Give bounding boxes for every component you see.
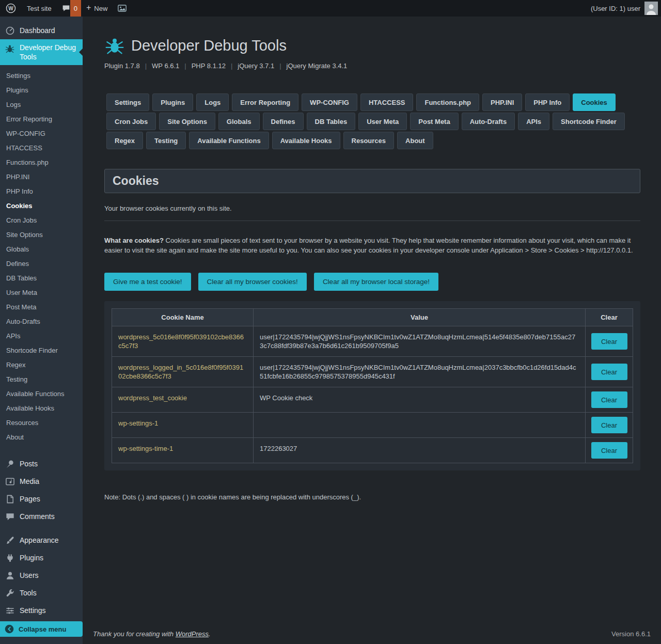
- sidebar-subitem-logs[interactable]: Logs: [0, 98, 83, 112]
- clear-all-my-browser-local-storage-button[interactable]: Clear all my browser local storage!: [314, 273, 438, 291]
- sidebar-item-pages[interactable]: Pages: [0, 490, 83, 508]
- tab-apis[interactable]: APIs: [518, 113, 549, 130]
- column-header-clear: Clear: [586, 309, 633, 326]
- sidebar-subitem-defines[interactable]: Defines: [0, 257, 83, 271]
- sidebar-item-appearance[interactable]: Appearance: [0, 531, 83, 549]
- cookie-value-cell: user|1722435794|wjQjjWS1nsFpsyNKBCIm1tv0…: [254, 357, 586, 387]
- tab-user-meta[interactable]: User Meta: [358, 113, 407, 130]
- tab-auto-drafts[interactable]: Auto-Drafts: [462, 113, 515, 130]
- tab-available-functions[interactable]: Available Functions: [189, 132, 269, 149]
- wp-logo[interactable]: W: [0, 0, 22, 17]
- comments-count-badge[interactable]: 0: [70, 0, 81, 17]
- sidebar-item-label: Dashboard: [20, 25, 55, 36]
- sidebar-subitem-site-options[interactable]: Site Options: [0, 228, 83, 242]
- column-header-value: Value: [254, 309, 586, 326]
- sidebar-item-dashboard[interactable]: Dashboard: [0, 22, 83, 39]
- tab-db-tables[interactable]: DB Tables: [307, 113, 356, 130]
- sidebar-subitem-testing[interactable]: Testing: [0, 372, 83, 387]
- sidebar-subitem-apis[interactable]: APIs: [0, 329, 83, 343]
- sidebar-item-tools[interactable]: Tools: [0, 584, 83, 602]
- clear-cookie-button[interactable]: Clear: [591, 417, 627, 433]
- tab-post-meta[interactable]: Post Meta: [410, 113, 458, 130]
- sidebar-subitem-php-ini[interactable]: PHP.INI: [0, 170, 83, 184]
- sidebar-subitem-auto-drafts[interactable]: Auto-Drafts: [0, 315, 83, 329]
- sidebar-subitem-about[interactable]: About: [0, 430, 83, 445]
- sidebar-subitem-available-hooks[interactable]: Available Hooks: [0, 401, 83, 416]
- sidebar-subitem-resources[interactable]: Resources: [0, 416, 83, 430]
- tab-cron-jobs[interactable]: Cron Jobs: [106, 113, 156, 130]
- sidebar-item-comments[interactable]: Comments: [0, 508, 83, 525]
- sidebar-subitem-wp-config[interactable]: WP-CONFIG: [0, 127, 83, 141]
- tab-resources[interactable]: Resources: [343, 132, 394, 149]
- tab-wp-config[interactable]: WP-CONFIG: [302, 93, 357, 111]
- tab-htaccess[interactable]: HTACCESS: [360, 93, 414, 111]
- sidebar-subitem-globals[interactable]: Globals: [0, 242, 83, 257]
- sidebar-item-developer-debug-tools[interactable]: Developer Debug Tools: [0, 39, 83, 65]
- cookie-name-cell: wordpress_test_cookie: [112, 387, 254, 413]
- wordpress-link[interactable]: WordPress: [176, 630, 209, 638]
- cookie-name-cell: wordpress_logged_in_5c016e8f0f95f039102c…: [112, 357, 254, 387]
- main-content: Developer Debug Tools Plugin 1.7.8|WP 6.…: [83, 17, 661, 644]
- sidebar-subitem-cron-jobs[interactable]: Cron Jobs: [0, 213, 83, 228]
- tab-testing[interactable]: Testing: [146, 132, 186, 149]
- sidebar-subitem-plugins[interactable]: Plugins: [0, 83, 83, 98]
- sidebar-item-settings[interactable]: Settings: [0, 602, 83, 619]
- tab-php-info[interactable]: PHP Info: [525, 93, 570, 111]
- give-me-a-test-cookie-button[interactable]: Give me a test cookie!: [104, 273, 191, 291]
- new-label: New: [94, 5, 107, 12]
- tab-available-hooks[interactable]: Available Hooks: [272, 132, 340, 149]
- sidebar-item-plugins[interactable]: Plugins: [0, 549, 83, 567]
- clear-cookie-button[interactable]: Clear: [591, 442, 627, 459]
- sidebar-subitem-db-tables[interactable]: DB Tables: [0, 271, 83, 286]
- tab-site-options[interactable]: Site Options: [159, 113, 215, 130]
- dashboard-icon: [5, 25, 15, 36]
- tab-cookies[interactable]: Cookies: [573, 93, 616, 111]
- sidebar-subitem-shortcode-finder[interactable]: Shortcode Finder: [0, 343, 83, 358]
- image-toolbar-item[interactable]: [113, 0, 132, 17]
- tab-shortcode-finder[interactable]: Shortcode Finder: [553, 113, 625, 130]
- user-account-label[interactable]: (User ID: 1) user: [591, 5, 640, 12]
- tab-error-reporting[interactable]: Error Reporting: [232, 93, 298, 111]
- tab-php-ini[interactable]: PHP.INI: [482, 93, 522, 111]
- cookie-value-cell: user|1722435794|wjQjjWS1nsFpsyNKBCIm1tv0…: [254, 326, 586, 357]
- comments-indicator[interactable]: [57, 0, 70, 17]
- sidebar-subitem-php-info[interactable]: PHP Info: [0, 184, 83, 199]
- sidebar-subitem-settings[interactable]: Settings: [0, 69, 83, 83]
- plus-icon: +: [86, 4, 91, 12]
- meta-separator: |: [145, 62, 147, 70]
- tab-plugins[interactable]: Plugins: [152, 93, 193, 111]
- sidebar-subitem-regex[interactable]: Regex: [0, 358, 83, 372]
- wordpress-logo-icon: W: [5, 3, 17, 14]
- clear-cookie-button[interactable]: Clear: [591, 333, 627, 350]
- sidebar-subitem-functions-php[interactable]: Functions.php: [0, 155, 83, 170]
- tab-about[interactable]: About: [397, 132, 433, 149]
- tab-regex[interactable]: Regex: [106, 132, 143, 149]
- sidebar-item-posts[interactable]: Posts: [0, 455, 83, 473]
- new-content-menu[interactable]: + New: [81, 0, 113, 17]
- cookies-explanation: What are cookies? Cookies are small piec…: [104, 235, 640, 255]
- clear-cookie-button[interactable]: Clear: [591, 364, 627, 380]
- clear-cookie-button[interactable]: Clear: [591, 391, 627, 408]
- site-name[interactable]: Test site: [22, 0, 57, 17]
- sidebar-subitem-available-functions[interactable]: Available Functions: [0, 387, 83, 401]
- tab-globals[interactable]: Globals: [218, 113, 260, 130]
- table-row: wp-settings-time-11722263027Clear: [112, 438, 633, 463]
- tab-functions-php[interactable]: Functions.php: [416, 93, 479, 111]
- collapse-menu-button[interactable]: Collapse menu: [0, 621, 83, 637]
- tab-logs[interactable]: Logs: [196, 93, 229, 111]
- sidebar-subitem-error-reporting[interactable]: Error Reporting: [0, 112, 83, 127]
- sidebar-subitem-htaccess[interactable]: HTACCESS: [0, 141, 83, 155]
- sidebar-item-media[interactable]: Media: [0, 473, 83, 490]
- cookies-explanation-body: Cookies are small pieces of text sent to…: [104, 237, 633, 254]
- sidebar-subitem-post-meta[interactable]: Post Meta: [0, 300, 83, 315]
- sidebar-item-users[interactable]: Users: [0, 567, 83, 584]
- sidebar-item-label: Comments: [20, 511, 55, 522]
- collapse-menu-label: Collapse menu: [19, 625, 66, 633]
- clear-all-my-browser-cookies-button[interactable]: Clear all my browser cookies!: [198, 273, 307, 291]
- sidebar-subitem-user-meta[interactable]: User Meta: [0, 286, 83, 300]
- tab-defines[interactable]: Defines: [263, 113, 304, 130]
- cookies-table: Cookie Name Value Clear wordpress_5c016e…: [112, 308, 633, 463]
- avatar[interactable]: [644, 2, 658, 15]
- sidebar-subitem-cookies[interactable]: Cookies: [0, 199, 83, 213]
- tab-settings[interactable]: Settings: [106, 93, 149, 111]
